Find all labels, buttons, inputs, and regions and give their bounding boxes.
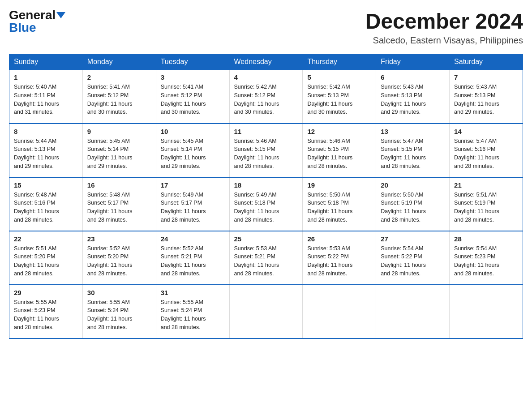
day-number: 1 <box>14 73 78 81</box>
logo-triangle-icon <box>56 12 65 18</box>
calendar-cell: 7 Sunrise: 5:43 AM Sunset: 5:13 PM Dayli… <box>450 70 523 124</box>
day-number: 26 <box>307 235 371 243</box>
calendar-cell <box>229 285 303 338</box>
day-number: 24 <box>161 235 225 243</box>
day-number: 23 <box>87 235 151 243</box>
week-row-4: 22 Sunrise: 5:51 AM Sunset: 5:20 PM Dayl… <box>9 231 523 285</box>
calendar-cell: 5 Sunrise: 5:42 AM Sunset: 5:13 PM Dayli… <box>303 70 376 124</box>
calendar-cell <box>303 285 376 338</box>
header-friday: Friday <box>376 54 450 70</box>
calendar-cell <box>376 285 450 338</box>
day-info: Sunrise: 5:48 AM Sunset: 5:16 PM Dayligh… <box>14 191 78 224</box>
calendar-cell: 14 Sunrise: 5:47 AM Sunset: 5:16 PM Dayl… <box>450 124 523 177</box>
header-sunday: Sunday <box>9 54 83 70</box>
day-info: Sunrise: 5:46 AM Sunset: 5:15 PM Dayligh… <box>307 137 371 171</box>
day-number: 10 <box>161 128 225 135</box>
calendar-cell: 24 Sunrise: 5:52 AM Sunset: 5:21 PM Dayl… <box>156 231 229 285</box>
logo: General Blue <box>9 9 65 34</box>
day-info: Sunrise: 5:41 AM Sunset: 5:12 PM Dayligh… <box>161 83 225 116</box>
week-row-3: 15 Sunrise: 5:48 AM Sunset: 5:16 PM Dayl… <box>9 177 523 231</box>
day-number: 30 <box>87 289 151 296</box>
day-info: Sunrise: 5:51 AM Sunset: 5:19 PM Dayligh… <box>454 191 518 224</box>
calendar-cell: 23 Sunrise: 5:52 AM Sunset: 5:20 PM Dayl… <box>82 231 156 285</box>
day-info: Sunrise: 5:54 AM Sunset: 5:23 PM Dayligh… <box>454 244 518 278</box>
day-number: 28 <box>454 235 518 243</box>
calendar-cell: 10 Sunrise: 5:45 AM Sunset: 5:14 PM Dayl… <box>156 124 229 177</box>
day-number: 8 <box>14 128 78 135</box>
day-info: Sunrise: 5:53 AM Sunset: 5:22 PM Dayligh… <box>307 244 371 278</box>
day-info: Sunrise: 5:52 AM Sunset: 5:21 PM Dayligh… <box>161 244 225 278</box>
calendar-cell: 21 Sunrise: 5:51 AM Sunset: 5:19 PM Dayl… <box>450 177 523 231</box>
location-title: Salcedo, Eastern Visayas, Philippines <box>365 35 523 46</box>
day-info: Sunrise: 5:42 AM Sunset: 5:13 PM Dayligh… <box>307 83 371 116</box>
title-block: December 2024 Salcedo, Eastern Visayas, … <box>365 9 523 46</box>
day-number: 27 <box>381 235 445 243</box>
calendar-cell: 30 Sunrise: 5:55 AM Sunset: 5:24 PM Dayl… <box>82 285 156 338</box>
calendar-cell: 16 Sunrise: 5:48 AM Sunset: 5:17 PM Dayl… <box>82 177 156 231</box>
calendar-cell: 6 Sunrise: 5:43 AM Sunset: 5:13 PM Dayli… <box>376 70 450 124</box>
header-wednesday: Wednesday <box>229 54 303 70</box>
day-number: 16 <box>87 181 151 189</box>
calendar-cell: 26 Sunrise: 5:53 AM Sunset: 5:22 PM Dayl… <box>303 231 376 285</box>
calendar-cell: 2 Sunrise: 5:41 AM Sunset: 5:12 PM Dayli… <box>82 70 156 124</box>
day-info: Sunrise: 5:49 AM Sunset: 5:18 PM Dayligh… <box>234 191 298 224</box>
calendar-cell: 25 Sunrise: 5:53 AM Sunset: 5:21 PM Dayl… <box>229 231 303 285</box>
day-info: Sunrise: 5:49 AM Sunset: 5:17 PM Dayligh… <box>161 191 225 224</box>
day-info: Sunrise: 5:51 AM Sunset: 5:20 PM Dayligh… <box>14 244 78 278</box>
header-tuesday: Tuesday <box>156 54 229 70</box>
header-monday: Monday <box>82 54 156 70</box>
day-info: Sunrise: 5:50 AM Sunset: 5:19 PM Dayligh… <box>381 191 445 224</box>
day-info: Sunrise: 5:41 AM Sunset: 5:12 PM Dayligh… <box>87 83 151 116</box>
day-number: 4 <box>234 73 298 81</box>
week-row-1: 1 Sunrise: 5:40 AM Sunset: 5:11 PM Dayli… <box>9 70 523 124</box>
day-info: Sunrise: 5:54 AM Sunset: 5:22 PM Dayligh… <box>381 244 445 278</box>
day-info: Sunrise: 5:43 AM Sunset: 5:13 PM Dayligh… <box>381 83 445 116</box>
day-info: Sunrise: 5:45 AM Sunset: 5:14 PM Dayligh… <box>161 137 225 171</box>
day-number: 15 <box>14 181 78 189</box>
day-number: 5 <box>307 73 371 81</box>
calendar-cell: 1 Sunrise: 5:40 AM Sunset: 5:11 PM Dayli… <box>9 70 83 124</box>
day-info: Sunrise: 5:47 AM Sunset: 5:15 PM Dayligh… <box>381 137 445 171</box>
header-saturday: Saturday <box>450 54 523 70</box>
day-info: Sunrise: 5:50 AM Sunset: 5:18 PM Dayligh… <box>307 191 371 224</box>
day-number: 9 <box>87 128 151 135</box>
month-title: December 2024 <box>365 9 523 34</box>
calendar-cell: 27 Sunrise: 5:54 AM Sunset: 5:22 PM Dayl… <box>376 231 450 285</box>
page-header: General Blue December 2024 Salcedo, East… <box>9 9 523 46</box>
calendar-header-row: SundayMondayTuesdayWednesdayThursdayFrid… <box>9 54 523 70</box>
day-number: 31 <box>161 289 225 296</box>
day-info: Sunrise: 5:40 AM Sunset: 5:11 PM Dayligh… <box>14 83 78 116</box>
day-number: 13 <box>381 128 445 135</box>
calendar-cell: 18 Sunrise: 5:49 AM Sunset: 5:18 PM Dayl… <box>229 177 303 231</box>
calendar-cell: 20 Sunrise: 5:50 AM Sunset: 5:19 PM Dayl… <box>376 177 450 231</box>
day-number: 6 <box>381 73 445 81</box>
day-number: 14 <box>454 128 518 135</box>
calendar-cell: 31 Sunrise: 5:55 AM Sunset: 5:24 PM Dayl… <box>156 285 229 338</box>
logo-general-text: General <box>9 9 56 21</box>
day-number: 7 <box>454 73 518 81</box>
day-number: 29 <box>14 289 78 296</box>
week-row-2: 8 Sunrise: 5:44 AM Sunset: 5:13 PM Dayli… <box>9 124 523 177</box>
week-row-5: 29 Sunrise: 5:55 AM Sunset: 5:23 PM Dayl… <box>9 285 523 338</box>
header-thursday: Thursday <box>303 54 376 70</box>
day-number: 21 <box>454 181 518 189</box>
day-info: Sunrise: 5:46 AM Sunset: 5:15 PM Dayligh… <box>234 137 298 171</box>
day-info: Sunrise: 5:47 AM Sunset: 5:16 PM Dayligh… <box>454 137 518 171</box>
calendar-cell: 8 Sunrise: 5:44 AM Sunset: 5:13 PM Dayli… <box>9 124 83 177</box>
calendar-cell: 11 Sunrise: 5:46 AM Sunset: 5:15 PM Dayl… <box>229 124 303 177</box>
calendar-cell: 13 Sunrise: 5:47 AM Sunset: 5:15 PM Dayl… <box>376 124 450 177</box>
day-info: Sunrise: 5:45 AM Sunset: 5:14 PM Dayligh… <box>87 137 151 171</box>
day-number: 2 <box>87 73 151 81</box>
day-number: 12 <box>307 128 371 135</box>
day-info: Sunrise: 5:44 AM Sunset: 5:13 PM Dayligh… <box>14 137 78 171</box>
day-number: 18 <box>234 181 298 189</box>
calendar-cell: 4 Sunrise: 5:42 AM Sunset: 5:12 PM Dayli… <box>229 70 303 124</box>
day-info: Sunrise: 5:55 AM Sunset: 5:24 PM Dayligh… <box>161 298 225 332</box>
day-number: 3 <box>161 73 225 81</box>
calendar-cell: 17 Sunrise: 5:49 AM Sunset: 5:17 PM Dayl… <box>156 177 229 231</box>
day-info: Sunrise: 5:42 AM Sunset: 5:12 PM Dayligh… <box>234 83 298 116</box>
calendar-cell <box>450 285 523 338</box>
calendar-cell: 12 Sunrise: 5:46 AM Sunset: 5:15 PM Dayl… <box>303 124 376 177</box>
day-info: Sunrise: 5:43 AM Sunset: 5:13 PM Dayligh… <box>454 83 518 116</box>
calendar-cell: 15 Sunrise: 5:48 AM Sunset: 5:16 PM Dayl… <box>9 177 83 231</box>
